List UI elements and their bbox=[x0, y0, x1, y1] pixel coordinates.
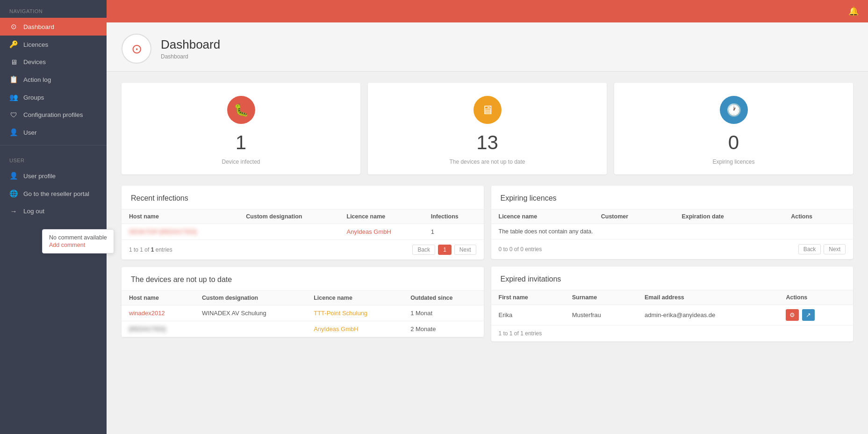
topbar: 🔔 bbox=[107, 0, 868, 22]
share-button[interactable]: ↗ bbox=[802, 309, 815, 321]
expiring-footer: 0 to 0 of 0 entries Back Next bbox=[491, 239, 854, 259]
sidebar-item-label: Configuration profiles bbox=[23, 111, 83, 118]
infected-label: Device infected bbox=[222, 159, 260, 165]
user-section-label: User bbox=[0, 149, 107, 167]
host-cell[interactable]: DESKTOP-[REDACTED] bbox=[122, 224, 238, 240]
expiring-licences-title: Expiring licences bbox=[491, 186, 854, 209]
content-area: 🐛 1 Device infected 🖥 13 The devices are… bbox=[107, 72, 868, 434]
sidebar-item-action-log[interactable]: 📋 Action log bbox=[0, 71, 107, 88]
actions-cell: ⚙ ↗ bbox=[778, 305, 853, 326]
sidebar-item-reseller-portal[interactable]: 🌐 Go to the reseller portal bbox=[0, 185, 107, 203]
host-cell[interactable]: winadex2012 bbox=[122, 305, 194, 321]
custom-cell bbox=[238, 224, 339, 240]
entries-text: 1 to 1 of 1 entries bbox=[129, 246, 172, 253]
config-icon: 🛡 bbox=[9, 111, 18, 119]
recent-infections-footer: 1 to 1 of 1 entries Back 1 Next bbox=[122, 240, 484, 260]
licence-cell[interactable]: TTT-Point Schulung bbox=[306, 305, 403, 321]
reseller-icon: 🌐 bbox=[9, 189, 18, 198]
sidebar: Navigation ⊙ Dashboard 🔑 Licences 🖥 Devi… bbox=[0, 0, 107, 434]
add-comment-link[interactable]: Add comment bbox=[49, 242, 107, 248]
devices-icon: 🖥 bbox=[9, 58, 18, 66]
licence-cell[interactable]: AnyIdeas GmbH bbox=[306, 321, 403, 337]
stats-row: 🐛 1 Device infected 🖥 13 The devices are… bbox=[122, 83, 853, 174]
notification-bell-icon[interactable]: 🔔 bbox=[848, 6, 859, 16]
sidebar-item-dashboard[interactable]: ⊙ Dashboard bbox=[0, 18, 107, 36]
sidebar-item-label: Devices bbox=[23, 58, 46, 65]
main-content: 🔔 ⊙ Dashboard Dashboard 🐛 1 Device infec… bbox=[107, 0, 868, 434]
page-title: Dashboard bbox=[161, 37, 220, 52]
sidebar-item-label: User profile bbox=[23, 173, 56, 180]
expired-invitations-title: Expired invitations bbox=[491, 267, 854, 290]
sidebar-item-devices[interactable]: 🖥 Devices bbox=[0, 53, 107, 71]
current-page[interactable]: 1 bbox=[438, 245, 452, 255]
expiring-licences-table: Licence name Customer Expiration date Ac… bbox=[491, 209, 854, 239]
col-host2: Host name bbox=[122, 291, 194, 305]
nav-section-label: Navigation bbox=[0, 0, 107, 18]
empty-table-message: The table does not contain any data. bbox=[491, 224, 854, 239]
expiring-pagination: Back Next bbox=[798, 244, 846, 254]
stat-card-expiring: 🕐 0 Expiring licences bbox=[614, 83, 853, 174]
col-surname: Surname bbox=[565, 290, 637, 305]
table-row: Erika Musterfrau admin-erika@anyideas.de… bbox=[491, 305, 854, 326]
recent-infections-title: Recent infections bbox=[122, 186, 484, 209]
page-header: ⊙ Dashboard Dashboard bbox=[107, 22, 868, 72]
host-cell[interactable]: [REDACTED] bbox=[122, 321, 194, 337]
col-inv-actions: Actions bbox=[778, 290, 853, 305]
expiring-icon: 🕐 bbox=[720, 96, 748, 124]
expiring-licences-section: Expiring licences Licence name Customer … bbox=[491, 186, 854, 259]
dashboard-header-icon: ⊙ bbox=[131, 41, 142, 57]
sidebar-item-user-profile[interactable]: 👤 User profile bbox=[0, 167, 107, 185]
expiring-entries: 0 to 0 of 0 entries bbox=[499, 246, 542, 253]
sidebar-item-label: Action log bbox=[23, 76, 51, 83]
page-header-icon: ⊙ bbox=[122, 34, 151, 64]
action-log-icon: 📋 bbox=[9, 75, 18, 84]
sidebar-item-groups[interactable]: 👥 Groups bbox=[0, 88, 107, 106]
col-exp-date: Expiration date bbox=[674, 210, 783, 224]
table-row: winadex2012 WINADEX AV Schulung TTT-Poin… bbox=[122, 305, 484, 321]
firstname-cell: Erika bbox=[491, 305, 565, 326]
col-actions: Actions bbox=[783, 210, 853, 224]
left-col: Recent infections Host name Custom desig… bbox=[122, 186, 484, 349]
custom-cell: WINADEX AV Schulung bbox=[194, 305, 306, 321]
logout-icon: → bbox=[9, 207, 18, 215]
sidebar-item-configuration-profiles[interactable]: 🛡 Configuration profiles bbox=[0, 106, 107, 123]
licence-cell[interactable]: AnyIdeas GmbH bbox=[339, 224, 423, 240]
sidebar-divider bbox=[0, 145, 107, 145]
recent-infections-table: Host name Custom designation Licence nam… bbox=[122, 209, 484, 240]
outdated-icon: 🖥 bbox=[473, 96, 502, 124]
outdated-cell: 2 Monate bbox=[403, 321, 483, 337]
user-profile-icon: 👤 bbox=[9, 172, 18, 180]
sidebar-item-label: User bbox=[23, 129, 37, 136]
col-host: Host name bbox=[122, 210, 238, 224]
sidebar-item-label: Go to the reseller portal bbox=[23, 190, 89, 197]
page-header-text: Dashboard Dashboard bbox=[161, 37, 220, 60]
dashboard-icon: ⊙ bbox=[9, 22, 18, 31]
col-infections: Infections bbox=[423, 210, 484, 224]
groups-icon: 👥 bbox=[9, 93, 18, 101]
devices-outdated-title: The devices are not up to date bbox=[122, 267, 484, 290]
col-custom2: Custom designation bbox=[194, 291, 306, 305]
gear-button[interactable]: ⚙ bbox=[786, 309, 799, 321]
expiring-count: 0 bbox=[728, 131, 739, 154]
back-button[interactable]: Back bbox=[412, 245, 435, 255]
right-col: Expiring licences Licence name Customer … bbox=[491, 186, 854, 349]
sidebar-item-log-out[interactable]: → Log out bbox=[0, 203, 107, 220]
stat-card-infected: 🐛 1 Device infected bbox=[122, 83, 360, 174]
table-row: DESKTOP-[REDACTED] AnyIdeas GmbH 1 bbox=[122, 224, 484, 240]
expiring-back-button[interactable]: Back bbox=[798, 244, 821, 254]
inv-entries: 1 to 1 of 1 entries bbox=[499, 330, 542, 337]
next-button[interactable]: Next bbox=[454, 245, 476, 255]
table-row: [REDACTED] AnyIdeas GmbH 2 Monate bbox=[122, 321, 484, 337]
tooltip-text: No comment available bbox=[49, 234, 107, 241]
outdated-cell: 1 Monat bbox=[403, 305, 483, 321]
stat-card-outdated: 🖥 13 The devices are not up to date bbox=[368, 83, 607, 174]
sidebar-item-label: Log out bbox=[23, 208, 44, 215]
sidebar-item-licences[interactable]: 🔑 Licences bbox=[0, 36, 107, 53]
sidebar-item-label: Licences bbox=[23, 41, 48, 48]
col-lic-name: Licence name bbox=[491, 210, 594, 224]
sidebar-item-user[interactable]: 👤 User bbox=[0, 123, 107, 141]
pagination: Back 1 Next bbox=[412, 245, 476, 255]
breadcrumb: Dashboard bbox=[161, 53, 220, 60]
expiring-next-button[interactable]: Next bbox=[824, 244, 846, 254]
infected-count: 1 bbox=[236, 131, 246, 154]
